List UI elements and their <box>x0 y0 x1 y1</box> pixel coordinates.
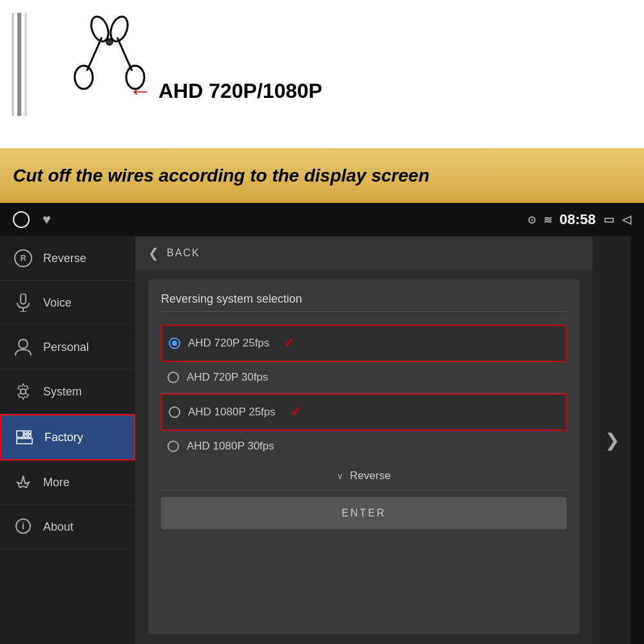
radio-circle-2 <box>167 372 179 383</box>
svg-rect-15 <box>17 431 23 437</box>
ahd-indicator: ← AHD 720P/1080P <box>129 77 322 104</box>
sidebar-item-system[interactable]: System <box>0 370 135 414</box>
right-panel[interactable]: ❯ <box>592 236 631 644</box>
reverse-chevron-icon: ∨ <box>337 471 343 481</box>
back-chevron-icon: ❮ <box>148 245 160 261</box>
screen-icon: ▭ <box>603 213 614 227</box>
radio-label-1: AHD 720P 25fps <box>188 337 269 350</box>
back-icon: ◁ <box>622 213 631 227</box>
svg-rect-20 <box>17 439 32 444</box>
reverse-icon: R <box>13 248 33 269</box>
red-arrow: ← <box>129 77 152 104</box>
back-bar[interactable]: ❮ BACK <box>135 236 592 270</box>
enter-button[interactable]: ENTER <box>161 497 567 529</box>
status-right: ⊙ ≋ 08:58 ▭ ◁ <box>527 211 631 228</box>
svg-text:i: i <box>22 521 24 531</box>
svg-rect-16 <box>24 431 27 433</box>
dialog: Reversing system selection AHD 720P 25fp… <box>148 279 580 634</box>
location-icon: ⊙ <box>527 214 536 226</box>
factory-icon <box>14 427 35 448</box>
reverse-label: Reverse <box>350 469 390 482</box>
radio-option-4[interactable]: AHD 1080P 30fps <box>161 431 567 462</box>
status-bar: ♥ ⊙ ≋ 08:58 ▭ ◁ <box>0 203 644 236</box>
radio-circle-1 <box>169 337 180 349</box>
svg-point-5 <box>106 39 113 45</box>
sidebar-item-more[interactable]: More <box>0 460 135 505</box>
sidebar-item-voice-label: Voice <box>43 296 71 310</box>
svg-line-6 <box>87 37 102 71</box>
svg-point-8 <box>75 66 93 89</box>
time-display: 08:58 <box>560 211 596 228</box>
radio-label-3: AHD 1080P 25fps <box>188 406 276 419</box>
checkmark-3: ✓ <box>290 404 301 421</box>
svg-line-7 <box>117 37 132 71</box>
svg-point-13 <box>19 339 28 348</box>
top-section: ← AHD 720P/1080P <box>0 0 644 148</box>
content-panel: ❮ BACK Reversing system selection AHD 72… <box>135 236 592 644</box>
sidebar-item-system-label: System <box>43 385 82 399</box>
dialog-title: Reversing system selection <box>161 292 567 312</box>
status-left: ♥ <box>13 211 51 228</box>
radio-option-2[interactable]: AHD 720P 30fps <box>161 362 567 393</box>
svg-rect-19 <box>28 435 31 437</box>
more-icon <box>13 472 33 493</box>
reverse-row: ∨ Reverse <box>161 462 567 491</box>
sidebar-item-about-label: About <box>43 520 73 534</box>
svg-rect-10 <box>21 294 26 304</box>
banner: Cut off the wires according to the displ… <box>0 148 644 203</box>
system-icon <box>13 381 33 402</box>
sidebar-item-factory[interactable]: Factory <box>0 414 135 460</box>
ahd-label: AHD 720P/1080P <box>158 79 322 103</box>
main-content: R Reverse Voice Personal Sy <box>0 236 644 644</box>
radio-option-1[interactable]: AHD 720P 25fps ✓ <box>161 325 567 362</box>
sidebar-item-reverse[interactable]: R Reverse <box>0 236 135 281</box>
sidebar-item-about[interactable]: i About <box>0 505 135 549</box>
cable-image <box>0 13 39 116</box>
far-right-edge <box>631 236 644 644</box>
svg-rect-17 <box>28 431 31 433</box>
sidebar-item-factory-label: Factory <box>44 431 83 444</box>
wifi-icon: ≋ <box>544 214 552 226</box>
about-icon: i <box>13 516 33 537</box>
sidebar-item-more-label: More <box>43 476 70 489</box>
radio-label-4: AHD 1080P 30fps <box>187 440 274 453</box>
radio-option-3[interactable]: AHD 1080P 25fps ✓ <box>161 393 567 431</box>
sidebar-item-reverse-label: Reverse <box>43 252 86 265</box>
radio-circle-4 <box>167 440 179 452</box>
circle-icon <box>13 211 30 228</box>
screen-area: ♥ ⊙ ≋ 08:58 ▭ ◁ R Reverse Voice <box>0 203 644 644</box>
svg-point-14 <box>21 389 26 394</box>
personal-icon <box>13 337 33 357</box>
radio-circle-3 <box>169 406 180 418</box>
sidebar-item-personal-label: Personal <box>43 341 89 354</box>
svg-rect-18 <box>24 435 27 437</box>
sidebar-item-voice[interactable]: Voice <box>0 281 135 325</box>
radio-label-2: AHD 720P 30fps <box>187 371 268 384</box>
sidebar: R Reverse Voice Personal Sy <box>0 236 135 644</box>
banner-text: Cut off the wires according to the displ… <box>13 166 430 186</box>
right-chevron-icon: ❯ <box>605 430 620 451</box>
usb-icon: ♥ <box>43 211 51 228</box>
voice-icon <box>13 292 33 313</box>
checkmark-1: ✓ <box>283 335 295 352</box>
back-label: BACK <box>167 247 200 259</box>
sidebar-item-personal[interactable]: Personal <box>0 325 135 370</box>
